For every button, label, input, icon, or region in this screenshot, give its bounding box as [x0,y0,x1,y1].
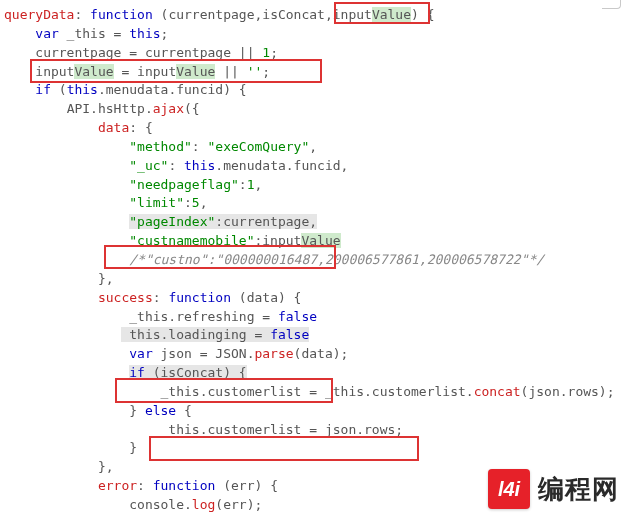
logo-text: 编程网 [538,472,619,507]
corner-decoration [602,0,621,9]
param-highlighted: Value [372,7,411,22]
code-block: queryData: function (currentpage,isConca… [0,0,631,521]
comment-line: /*"custno":"000000016487,200006577861,20… [129,252,544,267]
fn-name: queryData [4,7,74,22]
logo-badge: l4i [488,469,530,509]
site-logo: l4i 编程网 [488,469,619,509]
